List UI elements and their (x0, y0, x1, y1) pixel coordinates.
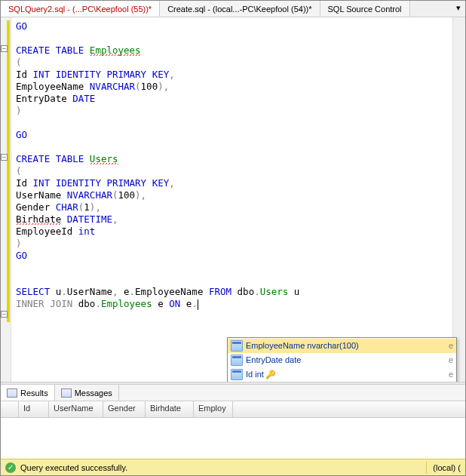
document-tab-bar: SQLQuery2.sql - (...PC\Keepfool (55))* C… (1, 1, 465, 17)
tab-create-sql[interactable]: Create.sql - (local...-PC\Keepfool (54))… (160, 1, 320, 17)
results-pane: Results Messages Id UserName Gender Birh… (1, 385, 465, 459)
column-header[interactable]: Id (19, 401, 49, 417)
editor-gutter: – – – (1, 17, 11, 382)
key-icon: 🔑 (265, 368, 276, 381)
row-number-header[interactable] (1, 401, 19, 417)
column-header[interactable]: Employ (194, 401, 233, 417)
column-icon (231, 369, 243, 380)
messages-icon (61, 388, 72, 398)
results-tab-bar: Results Messages (1, 385, 465, 401)
vertical-scrollbar[interactable] (452, 17, 465, 382)
autocomplete-item[interactable]: EntryDate date e (228, 353, 456, 367)
fold-toggle[interactable]: – (1, 45, 8, 52)
success-icon: ✓ (5, 462, 16, 473)
messages-tab[interactable]: Messages (55, 385, 119, 401)
code-content[interactable]: GO CREATE TABLE Employees ( Id INT IDENT… (11, 17, 452, 382)
column-header[interactable]: Birhdate (146, 401, 194, 417)
status-server: (local) ( (433, 463, 461, 472)
status-message: Query executed successfully. (20, 463, 127, 472)
status-bar: ✓ Query executed successfully. (local) ( (1, 459, 465, 475)
results-grid-header: Id UserName Gender Birhdate Employ (1, 401, 465, 418)
tab-overflow-button[interactable]: ▾ (452, 1, 465, 17)
results-icon (7, 388, 17, 398)
sql-editor[interactable]: – – – GO CREATE TABLE Employees ( Id INT… (1, 17, 465, 382)
autocomplete-item[interactable]: Id int 🔑 e (228, 367, 456, 382)
results-tab[interactable]: Results (1, 385, 55, 401)
autocomplete-popup: EmployeeName nvarchar(100) e EntryDate d… (227, 337, 457, 382)
autocomplete-item[interactable]: EmployeeName nvarchar(100) e (228, 339, 456, 353)
column-icon (231, 355, 243, 366)
tab-sqlquery2[interactable]: SQLQuery2.sql - (...PC\Keepfool (55))* (1, 1, 160, 17)
tab-sql-source-control[interactable]: SQL Source Control (320, 1, 410, 17)
fold-toggle[interactable]: – (1, 154, 8, 161)
column-header[interactable]: UserName (49, 401, 103, 417)
fold-toggle[interactable]: – (1, 311, 8, 318)
column-icon (231, 340, 243, 352)
autocomplete-list[interactable]: EmployeeName nvarchar(100) e EntryDate d… (228, 338, 456, 382)
column-header[interactable]: Gender (103, 401, 146, 417)
results-grid-body[interactable] (1, 418, 465, 459)
